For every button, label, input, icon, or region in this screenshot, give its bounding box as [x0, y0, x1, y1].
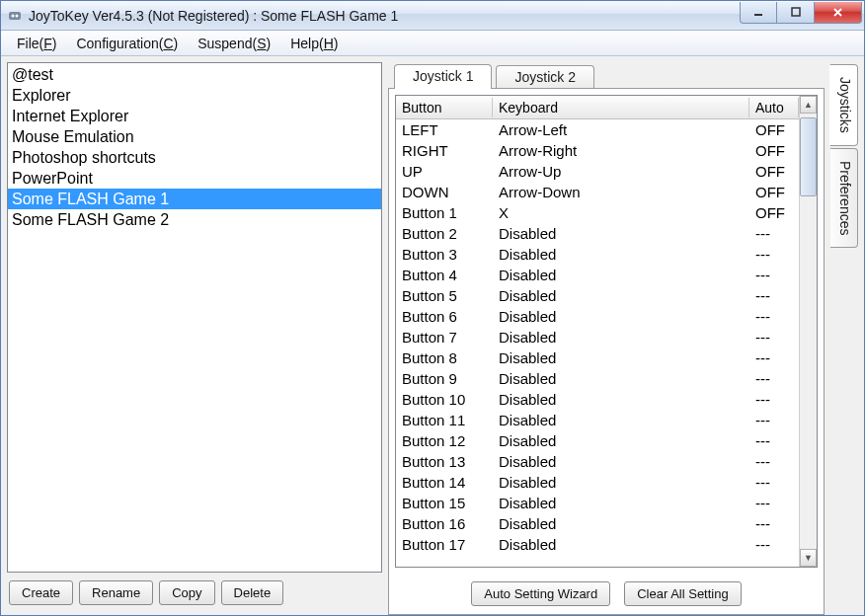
profile-item[interactable]: @test: [8, 64, 381, 85]
cell-auto: ---: [749, 410, 799, 430]
cell-auto: ---: [749, 534, 799, 555]
menu-configuration[interactable]: Configuration(C): [66, 34, 188, 53]
scroll-down-button[interactable]: ▼: [800, 549, 817, 567]
profile-item[interactable]: Some FLASH Game 1: [8, 189, 381, 209]
cell-auto: OFF: [749, 161, 799, 182]
profile-item[interactable]: Explorer: [8, 85, 381, 106]
cell-keyboard: Disabled: [493, 513, 749, 534]
mapping-row[interactable]: LEFTArrow-LeftOFF: [396, 119, 799, 140]
profile-item[interactable]: Internet Explorer: [8, 106, 381, 126]
mapping-row[interactable]: Button 12Disabled---: [396, 430, 799, 451]
cell-keyboard: X: [493, 202, 749, 223]
mapping-row[interactable]: Button 13Disabled---: [396, 451, 799, 472]
maximize-button[interactable]: [777, 2, 815, 24]
mapping-row[interactable]: Button 7Disabled---: [396, 327, 799, 347]
copy-button[interactable]: Copy: [159, 580, 214, 605]
scroll-thumb[interactable]: [800, 117, 817, 196]
mapping-row[interactable]: Button 15Disabled---: [396, 493, 799, 513]
cell-button: Button 10: [396, 389, 493, 410]
header-auto[interactable]: Auto: [749, 98, 799, 117]
tab-joystick-2[interactable]: Joystick 2: [496, 65, 593, 88]
tab-joystick-1[interactable]: Joystick 1: [394, 64, 492, 89]
cell-auto: OFF: [749, 182, 799, 202]
cell-auto: OFF: [749, 202, 799, 223]
profile-item[interactable]: Photoshop shortcuts: [8, 147, 381, 168]
mapping-row[interactable]: Button 6Disabled---: [396, 306, 799, 327]
header-button[interactable]: Button: [396, 98, 493, 117]
mapping-row[interactable]: Button 8Disabled---: [396, 347, 799, 368]
mapping-row[interactable]: Button 3Disabled---: [396, 244, 799, 265]
mapping-row[interactable]: Button 2Disabled---: [396, 223, 799, 244]
menu-file[interactable]: File(F): [7, 34, 66, 53]
cell-keyboard: Disabled: [493, 493, 749, 513]
auto-setting-wizard-button[interactable]: Auto Setting Wizard: [471, 581, 610, 606]
menu-suspend[interactable]: Suspend(S): [188, 34, 280, 53]
cell-auto: ---: [749, 513, 799, 534]
mapping-row[interactable]: Button 16Disabled---: [396, 513, 799, 534]
cell-button: RIGHT: [396, 140, 493, 161]
cell-button: Button 12: [396, 430, 493, 451]
scroll-track[interactable]: [800, 196, 817, 549]
cell-button: Button 15: [396, 493, 493, 513]
mapping-row[interactable]: UPArrow-UpOFF: [396, 161, 799, 182]
cell-button: Button 4: [396, 265, 493, 285]
profile-item[interactable]: Mouse Emulation: [8, 126, 381, 147]
side-tab-joysticks[interactable]: Joysticks: [829, 64, 858, 146]
menubar: File(F) Configuration(C) Suspend(S) Help…: [1, 31, 864, 56]
side-tabs: Joysticks Preferences: [830, 62, 858, 615]
mapping-row[interactable]: Button 4Disabled---: [396, 265, 799, 285]
cell-auto: ---: [749, 244, 799, 265]
close-button[interactable]: [815, 2, 862, 24]
header-keyboard[interactable]: Keyboard: [493, 98, 749, 117]
cell-button: Button 16: [396, 513, 493, 534]
vertical-scrollbar[interactable]: ▲ ▼: [799, 96, 817, 567]
mapping-buttons: Auto Setting Wizard Clear All Setting: [389, 574, 824, 614]
mapping-header: Button Keyboard Auto: [396, 96, 799, 119]
mapping-wrap: Button Keyboard Auto LEFTArrow-LeftOFFRI…: [395, 95, 818, 568]
cell-keyboard: Disabled: [493, 306, 749, 327]
clear-all-setting-button[interactable]: Clear All Setting: [624, 581, 742, 606]
profile-item[interactable]: Some FLASH Game 2: [8, 209, 381, 230]
delete-button[interactable]: Delete: [221, 580, 284, 605]
svg-rect-4: [792, 8, 800, 16]
cell-keyboard: Disabled: [493, 368, 749, 389]
left-pane: @testExplorerInternet ExplorerMouse Emul…: [7, 62, 382, 615]
body-area: @testExplorerInternet ExplorerMouse Emul…: [1, 56, 864, 615]
mapping-row[interactable]: Button 1XOFF: [396, 202, 799, 223]
cell-keyboard: Arrow-Down: [493, 182, 749, 202]
cell-auto: ---: [749, 389, 799, 410]
mapping-row[interactable]: Button 17Disabled---: [396, 534, 799, 555]
mapping-row[interactable]: Button 10Disabled---: [396, 389, 799, 410]
cell-button: Button 5: [396, 285, 493, 306]
cell-keyboard: Disabled: [493, 534, 749, 555]
mapping-row[interactable]: DOWNArrow-DownOFF: [396, 182, 799, 202]
cell-keyboard: Arrow-Up: [493, 161, 749, 182]
svg-rect-0: [9, 12, 21, 20]
cell-auto: ---: [749, 327, 799, 347]
create-button[interactable]: Create: [9, 580, 73, 605]
profile-item[interactable]: PowerPoint: [8, 168, 381, 189]
cell-keyboard: Disabled: [493, 451, 749, 472]
profile-list[interactable]: @testExplorerInternet ExplorerMouse Emul…: [7, 62, 382, 573]
cell-button: Button 6: [396, 306, 493, 327]
mapping-body: LEFTArrow-LeftOFFRIGHTArrow-RightOFFUPAr…: [396, 119, 799, 555]
side-tab-preferences[interactable]: Preferences: [830, 148, 858, 248]
svg-point-2: [16, 14, 19, 17]
mapping-row[interactable]: Button 9Disabled---: [396, 368, 799, 389]
rename-button[interactable]: Rename: [79, 580, 153, 605]
mapping-table[interactable]: Button Keyboard Auto LEFTArrow-LeftOFFRI…: [396, 96, 799, 567]
mapping-row[interactable]: Button 5Disabled---: [396, 285, 799, 306]
window-title: JoyToKey Ver4.5.3 (Not Registered) : Som…: [29, 8, 740, 24]
mapping-row[interactable]: Button 14Disabled---: [396, 472, 799, 493]
menu-help[interactable]: Help(H): [280, 34, 348, 53]
app-icon: [7, 8, 23, 24]
scroll-up-button[interactable]: ▲: [800, 96, 817, 114]
cell-button: Button 8: [396, 347, 493, 368]
minimize-button[interactable]: [740, 2, 777, 24]
cell-button: Button 13: [396, 451, 493, 472]
cell-keyboard: Disabled: [493, 472, 749, 493]
mapping-row[interactable]: RIGHTArrow-RightOFF: [396, 140, 799, 161]
mapping-row[interactable]: Button 11Disabled---: [396, 410, 799, 430]
cell-button: Button 14: [396, 472, 493, 493]
svg-rect-3: [754, 14, 762, 16]
